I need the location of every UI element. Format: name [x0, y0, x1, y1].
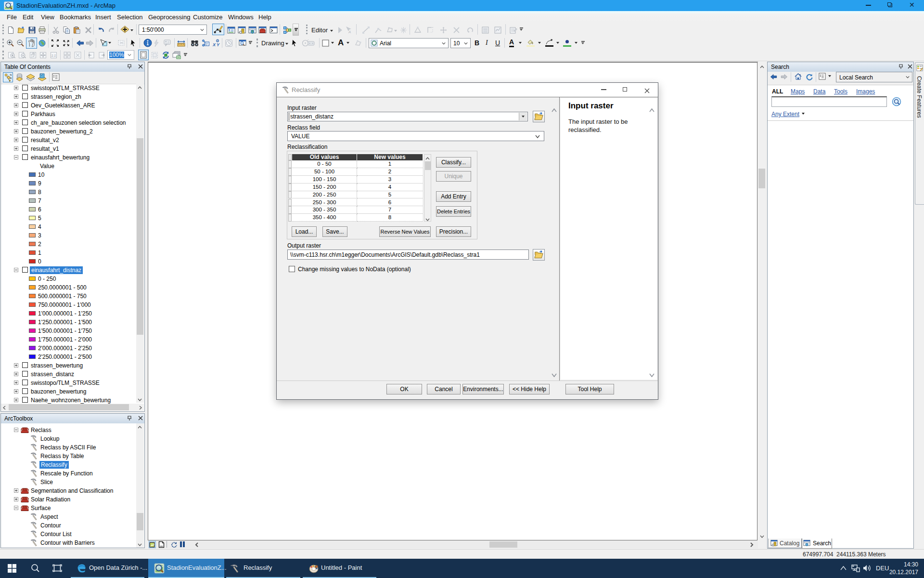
svg-text:X: X — [212, 42, 216, 47]
svg-text:Y: Y — [217, 42, 220, 47]
svg-text:A: A — [348, 30, 351, 34]
svg-text:1:1: 1:1 — [51, 54, 56, 57]
